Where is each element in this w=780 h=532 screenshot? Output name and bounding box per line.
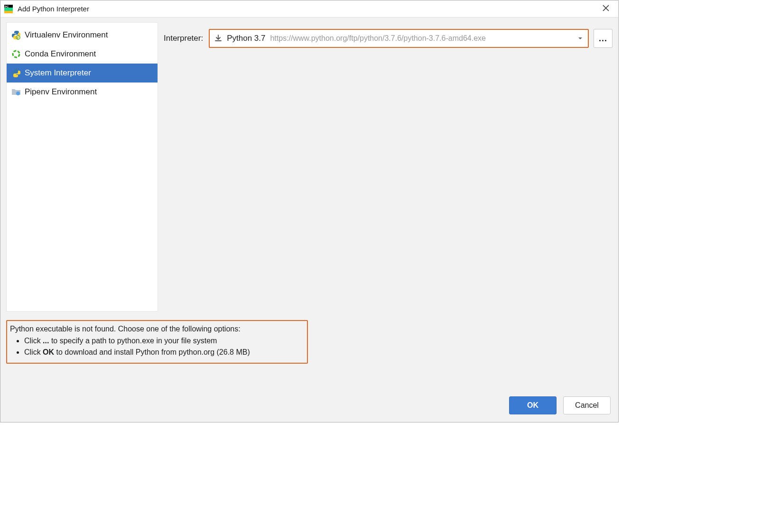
sidebar-item-virtualenv[interactable]: v Virtualenv Environment	[7, 26, 158, 45]
folder-icon	[11, 87, 21, 97]
dialog-footer: OK Cancel	[6, 388, 613, 416]
sidebar-item-label: Pipenv Environment	[25, 87, 97, 97]
hint-title: Python executable is not found. Choose o…	[10, 325, 302, 333]
sidebar-item-conda[interactable]: Conda Environment	[7, 45, 158, 64]
interpreter-type-sidebar: v Virtualenv Environment Conda Environme…	[6, 22, 158, 312]
sidebar-item-label: Virtualenv Environment	[25, 30, 108, 40]
main-panel: Interpreter: Python 3.7 https://www.pyth…	[162, 22, 613, 48]
python-icon: v	[11, 30, 21, 40]
pycharm-icon: PC	[4, 5, 13, 13]
svg-rect-3	[4, 11, 13, 13]
svg-text:PC: PC	[5, 5, 9, 8]
interpreter-combobox[interactable]: Python 3.7 https://www.python.org/ftp/py…	[209, 29, 589, 48]
close-icon	[603, 5, 609, 13]
svg-point-6	[13, 51, 19, 57]
conda-icon	[11, 49, 21, 59]
sidebar-item-label: System Interpreter	[25, 68, 91, 78]
close-button[interactable]	[596, 2, 615, 16]
chevron-down-icon	[577, 36, 583, 41]
interpreter-label: Interpreter:	[162, 34, 203, 43]
python-icon	[11, 68, 21, 78]
ellipsis-icon: ...	[599, 34, 607, 44]
titlebar: PC Add Python Interpreter	[0, 0, 618, 18]
interpreter-name: Python 3.7	[227, 34, 265, 43]
svg-point-7	[16, 92, 20, 95]
download-icon	[214, 35, 222, 42]
ok-button[interactable]: OK	[509, 396, 557, 414]
interpreter-url: https://www.python.org/ftp/python/3.7.6/…	[270, 34, 570, 43]
browse-button[interactable]: ...	[594, 29, 613, 48]
cancel-button[interactable]: Cancel	[563, 396, 611, 414]
svg-text:v: v	[17, 36, 19, 39]
sidebar-item-system-interpreter[interactable]: System Interpreter	[7, 64, 158, 83]
dialog-add-python-interpreter: PC Add Python Interpreter v Virtualenv E…	[0, 0, 619, 422]
sidebar-item-pipenv[interactable]: Pipenv Environment	[7, 83, 158, 101]
hint-item-browse: Click ... to specify a path to python.ex…	[24, 335, 302, 346]
hint-item-download: Click OK to download and install Python …	[24, 347, 302, 358]
python-not-found-hint: Python executable is not found. Choose o…	[6, 320, 308, 364]
sidebar-item-label: Conda Environment	[25, 49, 96, 59]
window-title: Add Python Interpreter	[18, 5, 89, 13]
